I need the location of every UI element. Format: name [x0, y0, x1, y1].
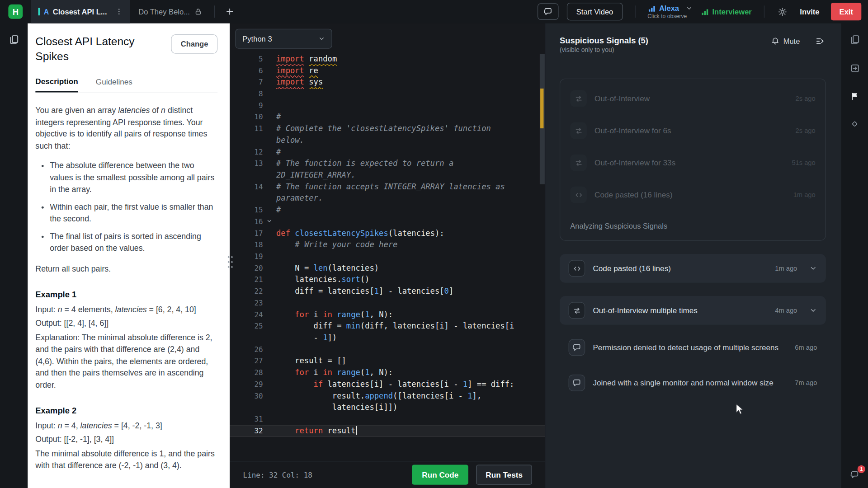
code-line: 26 — [230, 343, 545, 355]
code-line: 6import re — [230, 65, 545, 76]
mute-button[interactable]: Mute — [768, 37, 803, 46]
settings-gear-icon[interactable] — [777, 6, 788, 18]
example-heading: Example 1 — [35, 288, 217, 300]
question-type-bar-icon — [38, 8, 40, 15]
code-line: 20N = len(latencies) — [230, 262, 545, 274]
signal-label: Out-of-Interview for 33s — [594, 158, 784, 167]
chevron-down-icon[interactable] — [809, 306, 817, 314]
tab-guidelines[interactable]: Guidelines — [96, 76, 132, 92]
line-number: 9 — [230, 99, 263, 111]
code-line: 21latencies.sort() — [230, 274, 545, 286]
question-description: You are given an array latencies of n di… — [35, 104, 217, 471]
code-line: 31 — [230, 413, 545, 425]
code-line: 18# Write your code here — [230, 239, 545, 251]
interview-app-window: H A Closest API L... Do They Belo... Sta… — [0, 0, 868, 488]
line-number: 7 — [230, 76, 263, 88]
intro-paragraph: You are given an array latencies of n di… — [35, 104, 217, 152]
diagram-icon[interactable] — [848, 117, 861, 131]
editor-footer: Line: 32 Col: 18 Run Code Run Tests — [230, 461, 545, 488]
question-tab-title: Do They Belo... — [138, 8, 190, 16]
signal-label: Code pasted (16 lines) — [593, 264, 767, 273]
line-number: 13 — [230, 158, 263, 169]
signals-title: Suspicious Signals (5) — [560, 35, 648, 45]
signal-item[interactable]: Code pasted (16 lines)1m ago — [560, 254, 826, 283]
line-number: 32 — [230, 425, 263, 436]
notification-badge: 1 — [858, 465, 865, 473]
line-number: 25 — [230, 320, 263, 332]
left-rail — [0, 23, 28, 488]
io-console-icon[interactable] — [848, 61, 862, 75]
exit-button[interactable]: Exit — [831, 3, 861, 20]
line-number: 16 — [230, 216, 263, 228]
add-question-button[interactable] — [223, 5, 236, 18]
signal-item[interactable]: Out-of-Interview multiple times4m ago — [560, 296, 826, 325]
question-tab-active[interactable]: A Closest API L... — [31, 0, 130, 23]
question-tab-inactive[interactable]: Do They Belo... — [130, 0, 210, 23]
live-signals-toast-group: Out-of-Interview2s agoOut-of-Interview f… — [560, 79, 826, 241]
line-number: 30 — [230, 390, 263, 402]
signal-label: Permission denied to detect usage of mul… — [593, 343, 787, 352]
signal-label: Out-of-Interview for 6s — [594, 126, 788, 135]
signal-item: Out-of-Interview2s ago — [570, 90, 815, 107]
code-line: 28for i in range(1, N): — [230, 367, 545, 379]
panel-resize-handle[interactable] — [227, 254, 234, 270]
code-line: 10# — [230, 111, 545, 123]
hackerrank-logo[interactable]: H — [8, 5, 23, 19]
code-line: parameter. — [230, 192, 545, 204]
code-line: 14# The function accepts INTEGER_ARRAY l… — [230, 181, 545, 192]
chat-button[interactable] — [538, 3, 559, 20]
code-line: 12# — [230, 146, 545, 158]
run-tests-button[interactable]: Run Tests — [476, 465, 532, 485]
chat-notifications-icon[interactable]: 1 — [848, 468, 861, 481]
invite-button[interactable]: Invite — [797, 5, 823, 18]
collapse-panel-icon[interactable] — [814, 35, 826, 47]
line-number: 8 — [230, 88, 263, 100]
return-note: Return all such pairs. — [35, 263, 217, 275]
change-question-button[interactable]: Change — [171, 34, 217, 54]
line-number: 10 — [230, 111, 263, 123]
signal-timestamp: 1m ago — [775, 264, 797, 272]
signal-item: Joined with a single monitor and normal … — [560, 370, 826, 395]
signal-label: Code pasted (16 lines) — [594, 190, 785, 199]
fold-chevron-icon[interactable] — [266, 218, 272, 224]
question-tabs: Description Guidelines — [35, 76, 217, 93]
code-line: 8 — [230, 88, 545, 100]
line-number: 19 — [230, 251, 263, 263]
line-number: 21 — [230, 274, 263, 286]
flag-signals-icon[interactable] — [848, 89, 861, 103]
tab-menu-kebab-icon[interactable] — [115, 8, 123, 15]
question-type-badge: A — [44, 8, 49, 16]
right-rail: 1 — [841, 23, 868, 488]
code-paste-icon — [569, 260, 585, 277]
signal-item: Permission denied to detect usage of mul… — [560, 335, 826, 360]
start-video-button[interactable]: Start Video — [567, 3, 623, 20]
question-library-icon[interactable] — [6, 32, 21, 47]
line-number: 28 — [230, 367, 263, 379]
language-select[interactable]: Python 3 — [235, 29, 332, 49]
run-code-button[interactable]: Run Code — [412, 465, 468, 485]
line-number — [230, 402, 263, 413]
interviewer-status[interactable]: Interviewer — [701, 8, 752, 16]
chevron-down-icon[interactable] — [809, 264, 817, 272]
suspicious-signals-panel: Suspicious Signals (5) (visible only to … — [545, 23, 841, 488]
requirements-list: The absolute difference between the two … — [35, 160, 217, 254]
scrollbar-warning-marker — [540, 89, 543, 128]
line-number: 23 — [230, 297, 263, 309]
mouse-cursor — [735, 404, 746, 416]
interviewer-label: Interviewer — [712, 8, 752, 16]
code-editor[interactable]: 5import random6import re7import sys8910#… — [230, 53, 545, 461]
tab-description[interactable]: Description — [35, 76, 78, 93]
line-number — [230, 169, 263, 181]
code-line: 13# The function is expected to return a — [230, 158, 545, 169]
code-line: 5import random — [230, 53, 545, 65]
line-number: 15 — [230, 204, 263, 216]
code-line: 19 — [230, 251, 545, 263]
observer-dropdown[interactable]: Alexa Click to observe — [647, 4, 692, 19]
out-of-interview-icon — [570, 90, 587, 107]
language-select-value: Python 3 — [242, 35, 272, 43]
code-line: 15# — [230, 204, 545, 216]
question-library-icon[interactable] — [847, 32, 862, 47]
app-body: Closest API Latency Spikes Change Descri… — [0, 23, 868, 488]
example-input: Input: n = 4 elements, latencies = [6, 2… — [35, 304, 217, 315]
example-output: Output: [[-2, -1], [3, 4]] — [35, 434, 217, 446]
